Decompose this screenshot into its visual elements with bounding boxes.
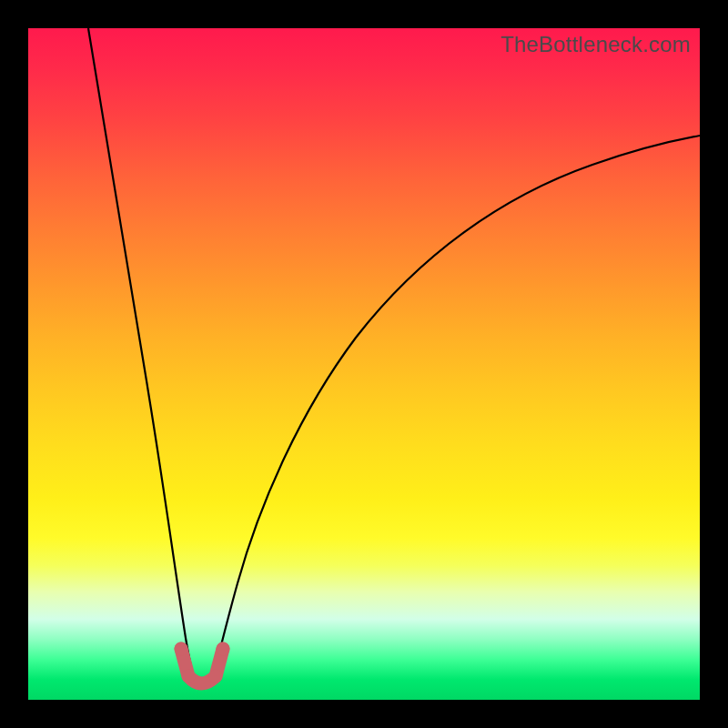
watermark-text: TheBottleneck.com — [500, 32, 691, 57]
chart-plot-area: TheBottleneck.com — [28, 28, 700, 700]
curve-right-branch — [210, 136, 700, 685]
marker-dot-left-bottom — [182, 670, 196, 683]
curve-left-branch — [88, 28, 197, 685]
marker-dot-left-top — [175, 642, 188, 656]
optimal-region-marker — [181, 649, 223, 683]
marker-dot-right-top — [217, 642, 230, 656]
bottleneck-curve — [28, 28, 700, 700]
marker-dot-right-bottom — [209, 670, 223, 683]
